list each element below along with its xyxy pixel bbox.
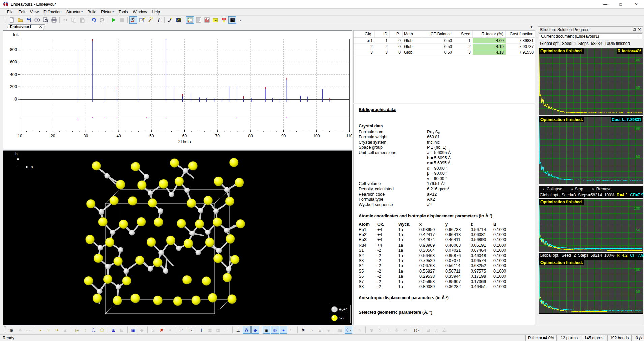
save-icon[interactable] [25,16,32,24]
config-cell[interactable]: 3 [375,49,390,55]
polyhedra-mode-icon[interactable]: ◆ [251,326,259,334]
config-cell[interactable]: 7.90737 [506,44,536,49]
lattice-tree-icon[interactable]: ⊞ [118,326,126,334]
stop-calculation-icon[interactable] [118,16,126,24]
config-cell[interactable]: 4.19 [473,44,506,49]
unit-cell-icon[interactable]: ▣ [129,326,137,334]
config-cell[interactable]: 3 [354,49,375,55]
select-cursor-icon[interactable]: ↖ [356,326,364,334]
config-cell[interactable]: 1 [454,38,473,44]
menu-diffraction[interactable]: Diffraction [41,9,64,15]
minimize-button[interactable]: — [597,0,613,9]
config-cell[interactable]: 7.91550 [506,49,536,55]
config-col-header[interactable]: Seed [454,31,473,38]
config-col-header[interactable]: CF-Balance [422,31,454,38]
config-col-header[interactable]: Cfg. [354,31,375,38]
diamond-marker-icon[interactable]: ◈ [325,326,332,334]
config-col-header[interactable]: P- [390,31,403,38]
config-cell[interactable]: Glob. [403,38,422,44]
label-options-icon[interactable]: R▾ [413,326,420,334]
config-cell[interactable]: Glob. [403,44,422,49]
sphere-hatched-icon[interactable]: ◍ [271,326,279,334]
hexagon-blue-icon[interactable]: ⬡ [90,326,97,334]
config-list-view-icon[interactable] [186,16,194,24]
copy-icon[interactable] [70,16,78,24]
dropdown-arrow-icon[interactable]: ▾ [418,329,419,332]
torsion-ruler-icon[interactable]: ∠▾ [441,326,449,334]
background-color-icon[interactable]: ☾▾ [345,326,352,334]
group-atoms-icon[interactable]: ▲ [61,326,69,334]
view-dropdown[interactable]: ▾ [237,16,244,24]
rfactor-progress-graph[interactable]: 10050Optimization finished.R-factor=4% [539,48,643,115]
polyhedron-fill-icon[interactable]: ◆ [138,326,146,334]
menu-file[interactable]: File [5,9,16,15]
config-col-header[interactable]: Cost function [506,31,536,38]
edit-bonds-icon[interactable]: ∘-∘ [25,326,32,334]
zoom-view-icon[interactable]: ✜ [393,326,401,334]
config-cell[interactable]: 1 [375,38,390,44]
shrink-box-icon[interactable]: ▦ [214,326,222,334]
element-label-icon[interactable]: Fe [178,326,185,334]
move-view-icon[interactable]: ✛ [384,326,392,334]
menu-structure[interactable]: Structure [64,9,85,15]
undo-icon[interactable] [90,16,97,24]
angle-ruler-icon[interactable]: △ [433,326,440,334]
expand-box-icon[interactable]: ▦ [206,326,214,334]
structure-report-pane[interactable]: Bibliographic data Crystal data Formula … [353,104,535,325]
config-cell[interactable]: 2 [454,44,473,49]
remove-button[interactable]: ✕Remove [592,187,611,191]
delete-atoms-icon[interactable]: ✘ [158,326,166,334]
config-cell[interactable]: 0.50 [422,38,454,44]
ballstick-mode-icon[interactable]: ⁂ [243,326,251,334]
config-cell[interactable]: 7.89831 [506,38,536,44]
dropdown-arrow-icon[interactable]: ▾ [191,329,192,332]
config-cell[interactable]: 4.00 [473,38,506,44]
hkl-view-icon[interactable]: hkl [211,16,219,24]
pattern-view-icon[interactable] [203,16,211,24]
spread-icon[interactable]: ✛ [223,326,231,334]
resize-grip[interactable] [639,336,644,340]
config-cell[interactable]: 0 [390,49,403,55]
texture-icon[interactable]: ▩ [336,326,344,334]
config-col-header[interactable]: ID [375,31,390,38]
pane-list-dropdown-icon[interactable]: ▼ [530,25,533,29]
cleanup-icon[interactable]: ✦ [166,326,174,334]
config-cell[interactable]: 0.50 [422,44,454,49]
config-cell[interactable]: 0.50 [422,49,454,55]
atom-style-ring-icon[interactable]: ◎ [73,326,81,334]
wizard-icon[interactable]: ✦✦ [146,16,154,24]
find-icon[interactable] [33,16,41,24]
crystal-structure-pane[interactable]: ba Ru+4S-2 [3,150,352,325]
config-cell[interactable]: 4.18 [473,49,506,55]
config-cell[interactable]: 3 [454,49,473,55]
costfunction-progress-graph[interactable]: 10050Optimization finished.Cost f.=7.898… [539,116,643,184]
seed3-progress-graph[interactable]: 10050Optimization finished. [539,199,643,252]
report-view-icon[interactable] [195,16,202,24]
start-calculation-icon[interactable] [110,16,117,24]
skew-view-icon[interactable]: ⊲ [401,326,409,334]
quick-optimize-icon[interactable] [166,16,174,24]
lattice-atoms-icon[interactable]: ⊞ [110,326,117,334]
edit-groups-icon[interactable]: ❖ [16,326,24,334]
cell-edges-icon[interactable]: ▣ [263,326,270,334]
rotation-clock-icon[interactable]: ◔ [308,326,316,334]
info-icon[interactable]: i [155,16,163,24]
cut-icon[interactable]: ✂ [61,16,69,24]
add-atoms-icon[interactable]: ⁙ [45,326,52,334]
diffraction-chart[interactable]: 0200400600800Int.10203040506070809010011… [3,31,352,149]
atom-style-dotted-icon[interactable]: ◌ [81,326,89,334]
pan-view-icon[interactable]: ⊕ [368,326,375,334]
dropdown-arrow-icon[interactable]: ▾ [350,329,351,332]
redo-icon[interactable] [98,16,106,24]
wireframe-mode-icon[interactable]: ⊥ [234,326,242,334]
print-preview-icon[interactable] [41,16,49,24]
menu-edit[interactable]: Edit [16,9,28,15]
tab-close-icon[interactable]: ✕ [39,25,42,29]
stick-pair-icon[interactable]: ⊥⊥ [288,326,296,334]
config-cell[interactable]: 0 [390,38,403,44]
move-atoms-icon[interactable]: ✛ [198,326,205,334]
refine-icon[interactable]: ✦ [138,16,146,24]
toolbar-grip[interactable] [4,17,6,23]
insert-atom-icon[interactable]: +● [53,326,61,334]
document-selector-dropdown[interactable]: Current document (Endeavour1) ⌄ [539,33,642,39]
